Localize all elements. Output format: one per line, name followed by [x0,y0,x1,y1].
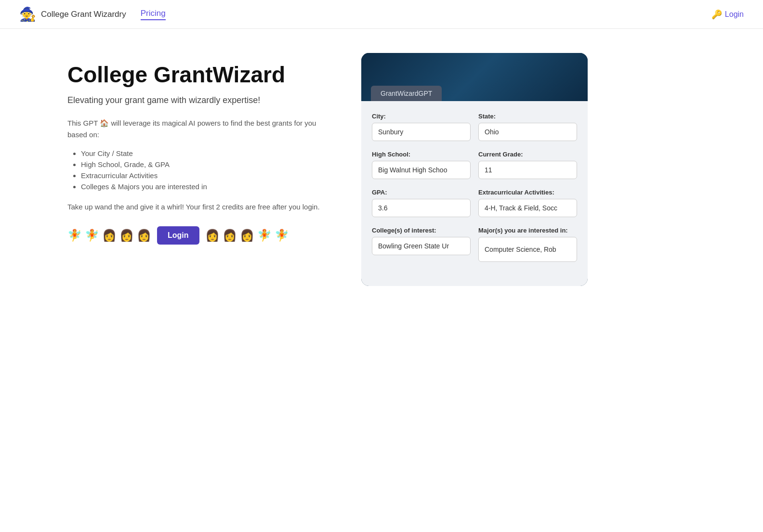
city-input[interactable] [372,123,471,141]
grade-group: Current Grade: [478,151,577,179]
highschool-label: High School: [372,151,471,158]
main-content: College GrantWizard Elevating your grant… [0,29,763,286]
colleges-majors-row: College(s) of interest: Major(s) you are… [372,227,577,262]
emoji-row: 🧚 🧚 👩 👩 👩 Login 👩 👩 👩 🧚 🧚 [67,226,332,245]
city-state-row: City: State: [372,113,577,141]
left-panel: College GrantWizard Elevating your grant… [67,53,332,286]
city-label: City: [372,113,471,120]
key-icon: 🔑 [711,9,722,20]
feature-item: Your City / State [81,149,332,157]
state-group: State: [478,113,577,141]
emoji-7: 👩 [223,229,237,242]
gpt-widget-header: GrantWizardGPT [361,53,588,101]
navbar: 🧙 College Grant Wizardry Pricing 🔑 Login [0,0,763,29]
highschool-input[interactable] [372,161,471,179]
cta-text: Take up wand the and give it a whirl! Yo… [67,201,332,213]
extracurricular-group: Extracurricular Activities: [478,189,577,217]
emoji-8: 👩 [240,229,254,242]
majors-group: Major(s) you are interested in: [478,227,577,262]
gpa-label: GPA: [372,189,471,196]
hero-subtitle: Elevating your grant game with wizardly … [67,94,332,107]
feature-item: Extracurricular Activities [81,171,332,180]
emoji-5: 👩 [137,229,151,242]
gpa-extra-row: GPA: Extracurricular Activities: [372,189,577,217]
city-group: City: [372,113,471,141]
colleges-group: College(s) of interest: [372,227,471,262]
login-nav-label: Login [725,10,744,19]
features-list: Your City / State High School, Grade, & … [67,149,332,191]
gpa-input[interactable] [372,199,471,217]
extracurricular-input[interactable] [478,199,577,217]
logo-text: College Grant Wizardry [41,10,126,19]
emoji-2: 🧚 [85,229,99,242]
majors-label: Major(s) you are interested in: [478,227,577,234]
colleges-label: College(s) of interest: [372,227,471,234]
gpt-tab[interactable]: GrantWizardGPT [371,86,442,101]
emoji-1: 🧚 [67,229,82,242]
emoji-10: 🧚 [275,229,289,242]
intro-text: This GPT 🏠 will leverage its magical AI … [67,117,332,141]
feature-item: High School, Grade, & GPA [81,160,332,169]
hero-title: College GrantWizard [67,63,332,87]
login-nav-link[interactable]: 🔑 Login [711,9,744,20]
school-grade-row: High School: Current Grade: [372,151,577,179]
feature-item: Colleges & Majors you are interested in [81,182,332,191]
logo-link[interactable]: 🧙 College Grant Wizardry [19,6,126,22]
colleges-input[interactable] [372,237,471,255]
majors-input[interactable] [478,237,577,262]
pricing-link[interactable]: Pricing [141,9,166,20]
state-input[interactable] [478,123,577,141]
emoji-4: 👩 [119,229,134,242]
right-panel: GrantWizardGPT City: State: [361,53,592,286]
grade-input[interactable] [478,161,577,179]
emoji-6: 👩 [205,229,220,242]
state-label: State: [478,113,577,120]
highschool-group: High School: [372,151,471,179]
emoji-9: 🧚 [257,229,272,242]
grade-label: Current Grade: [478,151,577,158]
extracurricular-label: Extracurricular Activities: [478,189,577,196]
gpt-form-area: City: State: High School: Curre [361,101,588,286]
login-button[interactable]: Login [157,226,199,245]
wizard-icon: 🧙 [19,6,36,22]
gpt-widget: GrantWizardGPT City: State: [361,53,588,286]
gpa-group: GPA: [372,189,471,217]
emoji-3: 👩 [102,229,117,242]
